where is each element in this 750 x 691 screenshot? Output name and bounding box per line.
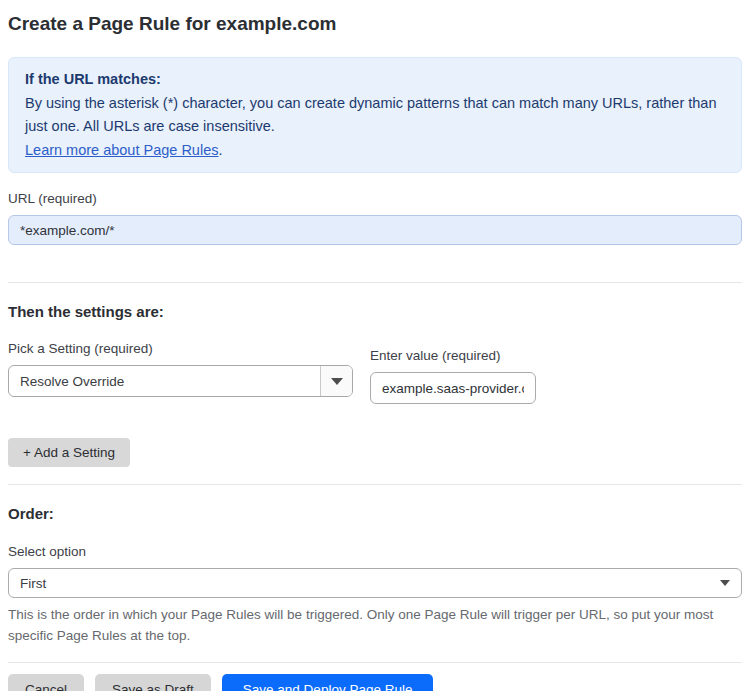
order-heading: Order: bbox=[8, 505, 742, 523]
setting-field-group: Pick a Setting (required) Resolve Overri… bbox=[8, 341, 353, 404]
settings-row: Pick a Setting (required) Resolve Overri… bbox=[8, 341, 742, 404]
divider bbox=[8, 662, 742, 663]
setting-value-input[interactable] bbox=[370, 372, 536, 404]
setting-label: Pick a Setting (required) bbox=[8, 341, 353, 357]
url-field-group: URL (required) bbox=[8, 191, 742, 245]
order-help-text: This is the order in which your Page Rul… bbox=[8, 604, 728, 646]
divider bbox=[8, 282, 742, 283]
url-input[interactable] bbox=[8, 215, 742, 245]
url-label: URL (required) bbox=[8, 191, 742, 207]
chevron-down-icon bbox=[331, 378, 343, 385]
cancel-button[interactable]: Cancel bbox=[8, 674, 84, 691]
setting-select-arrow-button[interactable] bbox=[320, 366, 352, 396]
save-draft-button[interactable]: Save as Draft bbox=[95, 674, 211, 691]
order-select[interactable]: First bbox=[8, 568, 742, 598]
link-suffix: . bbox=[218, 142, 222, 158]
order-select-label: Select option bbox=[8, 544, 742, 560]
value-label: Enter value (required) bbox=[370, 348, 536, 364]
info-box-body: By using the asterisk (*) character, you… bbox=[25, 92, 725, 139]
chevron-down-icon bbox=[720, 580, 730, 586]
footer-actions: Cancel Save as Draft Save and Deploy Pag… bbox=[8, 674, 742, 691]
settings-heading: Then the settings are: bbox=[8, 303, 742, 321]
add-setting-wrap: + Add a Setting bbox=[8, 438, 742, 467]
save-deploy-button[interactable]: Save and Deploy Page Rule bbox=[222, 674, 434, 691]
setting-select-value: Resolve Override bbox=[9, 366, 320, 396]
url-match-info-box: If the URL matches: By using the asteris… bbox=[8, 57, 742, 173]
info-box-link-line: Learn more about Page Rules. bbox=[25, 139, 725, 163]
page-rule-form: Create a Page Rule for example.com If th… bbox=[0, 12, 750, 691]
order-select-value: First bbox=[20, 576, 720, 591]
order-field-group: Select option First bbox=[8, 544, 742, 598]
learn-more-link[interactable]: Learn more about Page Rules bbox=[25, 142, 218, 158]
add-setting-button[interactable]: + Add a Setting bbox=[8, 438, 130, 467]
info-box-heading: If the URL matches: bbox=[25, 68, 725, 92]
page-title: Create a Page Rule for example.com bbox=[8, 12, 742, 35]
setting-select[interactable]: Resolve Override bbox=[8, 365, 353, 397]
value-field-group: Enter value (required) bbox=[370, 348, 536, 404]
divider bbox=[8, 484, 742, 485]
